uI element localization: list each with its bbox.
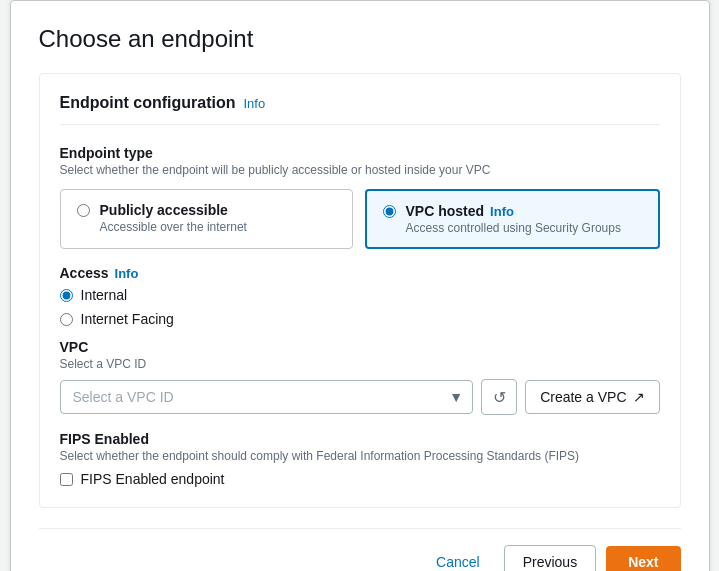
access-section: Access Info Internal Internet Facing <box>60 265 660 327</box>
fips-checkbox[interactable] <box>60 473 73 486</box>
vpc-section: VPC Select a VPC ID Select a VPC ID ▼ ↺ … <box>60 339 660 415</box>
publicly-accessible-radio[interactable] <box>77 204 90 217</box>
endpoint-type-field: Endpoint type Select whether the endpoin… <box>60 145 660 249</box>
footer: Cancel Previous Next <box>39 528 681 571</box>
fips-label: FIPS Enabled <box>60 431 660 447</box>
vpc-row: Select a VPC ID ▼ ↺ Create a VPC ↗ <box>60 379 660 415</box>
create-vpc-button[interactable]: Create a VPC ↗ <box>525 380 659 414</box>
vpc-refresh-button[interactable]: ↺ <box>481 379 517 415</box>
publicly-accessible-subtitle: Accessible over the internet <box>100 220 247 234</box>
fips-section: FIPS Enabled Select whether the endpoint… <box>60 431 660 487</box>
external-link-icon: ↗ <box>633 389 645 405</box>
next-button[interactable]: Next <box>606 546 680 571</box>
section-info-link[interactable]: Info <box>243 96 265 111</box>
vpc-label: VPC <box>60 339 660 355</box>
cancel-button[interactable]: Cancel <box>422 546 494 571</box>
internal-radio-row: Internal <box>60 287 660 303</box>
internal-radio[interactable] <box>60 289 73 302</box>
vpc-hosted-subtitle: Access controlled using Security Groups <box>406 221 621 235</box>
endpoint-type-label: Endpoint type <box>60 145 660 161</box>
endpoint-configuration-section: Endpoint configuration Info Endpoint typ… <box>39 73 681 508</box>
dialog: Choose an endpoint Endpoint configuratio… <box>10 0 710 571</box>
dialog-title: Choose an endpoint <box>39 25 681 53</box>
create-vpc-label: Create a VPC <box>540 389 626 405</box>
section-header: Endpoint configuration Info <box>60 94 660 125</box>
internal-label: Internal <box>81 287 128 303</box>
previous-button[interactable]: Previous <box>504 545 596 571</box>
vpc-select[interactable]: Select a VPC ID <box>60 380 474 414</box>
vpc-select-wrapper: Select a VPC ID ▼ <box>60 380 474 414</box>
fips-description: Select whether the endpoint should compl… <box>60 449 660 463</box>
section-title: Endpoint configuration <box>60 94 236 112</box>
endpoint-type-description: Select whether the endpoint will be publ… <box>60 163 660 177</box>
access-info-link[interactable]: Info <box>115 266 139 281</box>
internet-facing-label: Internet Facing <box>81 311 174 327</box>
vpc-hosted-info-link[interactable]: Info <box>490 204 514 219</box>
fips-checkbox-row: FIPS Enabled endpoint <box>60 471 660 487</box>
access-label: Access Info <box>60 265 660 281</box>
endpoint-type-radio-group: Publicly accessible Accessible over the … <box>60 189 660 249</box>
refresh-icon: ↺ <box>493 388 506 407</box>
fips-checkbox-label: FIPS Enabled endpoint <box>81 471 225 487</box>
vpc-hosted-card[interactable]: VPC hosted Info Access controlled using … <box>365 189 660 249</box>
vpc-description: Select a VPC ID <box>60 357 660 371</box>
internet-facing-radio-row: Internet Facing <box>60 311 660 327</box>
internet-facing-radio[interactable] <box>60 313 73 326</box>
publicly-accessible-title: Publicly accessible <box>100 202 247 218</box>
vpc-hosted-radio[interactable] <box>383 205 396 218</box>
publicly-accessible-card[interactable]: Publicly accessible Accessible over the … <box>60 189 353 249</box>
vpc-hosted-title: VPC hosted Info <box>406 203 621 219</box>
